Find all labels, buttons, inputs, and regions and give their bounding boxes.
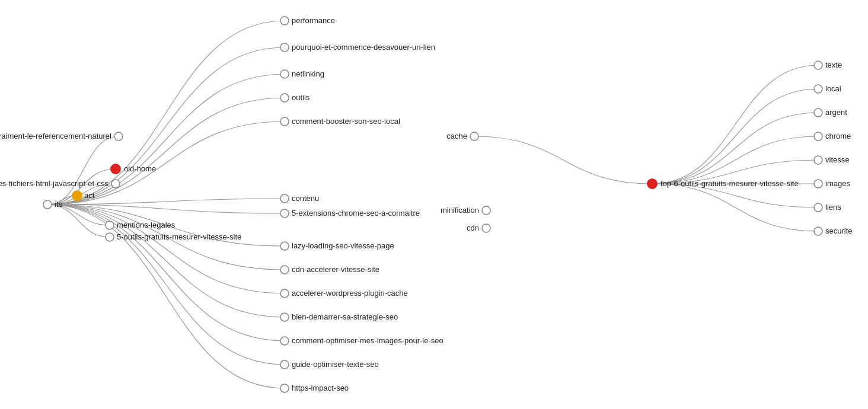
node-label-mentions: mentions-legales [117, 221, 175, 229]
node-label-root: its [55, 200, 63, 209]
node-circle-netlinking[interactable] [280, 70, 289, 78]
node-label-vitesse: vitesse [825, 155, 849, 164]
edge-top6right-securite [652, 184, 818, 231]
node-label-strategie: bien-demarrer-sa-strategie-seo [292, 312, 398, 321]
edge-root-outils [47, 98, 285, 204]
node-circle-cache[interactable] [470, 132, 478, 140]
node-label-pourquoi: pourquoi-et-commence-desavouer-un-lien [292, 43, 435, 52]
node-label-top6right: top-6-outils-gratuits-mesurer-vitesse-si… [660, 179, 799, 188]
edge-top6right-texte [652, 65, 818, 184]
node-label-local: local [825, 84, 841, 93]
node-circle-top6right[interactable] [647, 178, 658, 189]
node-label-securite: securite [825, 226, 853, 235]
edge-top6right-chrome [652, 136, 818, 184]
node-circle-act[interactable] [72, 190, 82, 201]
node-label-referencement: e-vraiment-le-referencement-naturel [0, 132, 111, 140]
node-label-lazy: lazy-loading-seo-vitesse-page [292, 241, 394, 250]
node-circle-images[interactable] [280, 337, 289, 345]
edge-top6right-argent [652, 113, 818, 184]
node-label-liens: liens [825, 203, 841, 212]
node-label-booster: comment-booster-son-seo-local [292, 117, 400, 126]
node-circle-contenu[interactable] [280, 194, 289, 203]
node-circle-strategie[interactable] [280, 313, 289, 321]
node-label-images: comment-optimiser-mes-images-pour-le-seo [292, 336, 443, 345]
node-circle-vitesse[interactable] [814, 156, 822, 164]
node-circle-guide[interactable] [280, 360, 289, 369]
node-label-extensions: 5-extensions-chrome-seo-a-connaitre [292, 209, 420, 218]
node-circle-liens[interactable] [814, 203, 822, 212]
node-circle-performance[interactable] [280, 17, 289, 25]
node-circle-booster[interactable] [280, 117, 289, 126]
node-label-netlinking: netlinking [292, 69, 324, 78]
node-circle-mentions[interactable] [106, 221, 114, 229]
node-label-outils: outils [292, 93, 310, 102]
node-circle-securite[interactable] [814, 227, 822, 235]
edge-root-performance [47, 21, 285, 204]
node-label-cdn: cdn [467, 223, 479, 232]
node-label-chrome: chrome [825, 132, 851, 140]
node-circle-extensions[interactable] [280, 209, 289, 218]
node-label-cache: cache [446, 132, 467, 140]
node-circle-fichiers[interactable] [111, 180, 120, 188]
node-circle-local[interactable] [814, 85, 822, 93]
graph-canvas: itse-vraiment-le-referencement-naturelol… [0, 0, 868, 409]
node-label-wordpress: accelerer-wordpress-plugin-cache [292, 289, 408, 298]
node-circle-top6[interactable] [106, 233, 114, 241]
node-circle-lazy[interactable] [280, 242, 289, 250]
node-circle-old-home[interactable] [110, 164, 121, 174]
node-circle-cdn[interactable] [482, 224, 490, 232]
node-circle-root[interactable] [43, 200, 52, 209]
node-circle-https[interactable] [280, 384, 289, 392]
node-label-argent: argent [825, 108, 847, 117]
node-label-guide: guide-optimiser-texte-seo [292, 360, 379, 369]
node-label-contenu: contenu [292, 194, 319, 203]
node-label-performance: performance [292, 16, 335, 25]
node-label-https: https-impact-seo [292, 384, 349, 392]
node-label-top6: 5-outils-gratuits-mesurer-vitesse-site [117, 232, 241, 241]
node-circle-outils[interactable] [280, 94, 289, 102]
edge-root-referencement [47, 136, 119, 204]
node-circle-referencement[interactable] [114, 132, 123, 140]
node-label-cdnacc: cdn-accelerer-vitesse-site [292, 265, 379, 274]
node-circle-cdnacc[interactable] [280, 266, 289, 274]
node-circle-chrome[interactable] [814, 132, 822, 140]
node-label-texte: texte [825, 60, 842, 69]
node-circle-minification[interactable] [482, 206, 490, 215]
edge-top6right-local [652, 89, 818, 184]
node-circle-argent[interactable] [814, 108, 822, 117]
node-circle-imagesright[interactable] [814, 180, 822, 188]
node-label-old-home: old-home [124, 164, 156, 173]
node-circle-pourquoi[interactable] [280, 43, 289, 52]
node-label-act: act [84, 191, 95, 200]
node-circle-texte[interactable] [814, 61, 822, 69]
node-label-fichiers: er-ses-fichiers-html-javascript-et-css [0, 179, 108, 188]
edge-cache-top6right [474, 136, 652, 184]
node-label-minification: minification [441, 206, 479, 215]
node-circle-wordpress[interactable] [280, 289, 289, 298]
node-label-imagesright: images [825, 179, 850, 188]
